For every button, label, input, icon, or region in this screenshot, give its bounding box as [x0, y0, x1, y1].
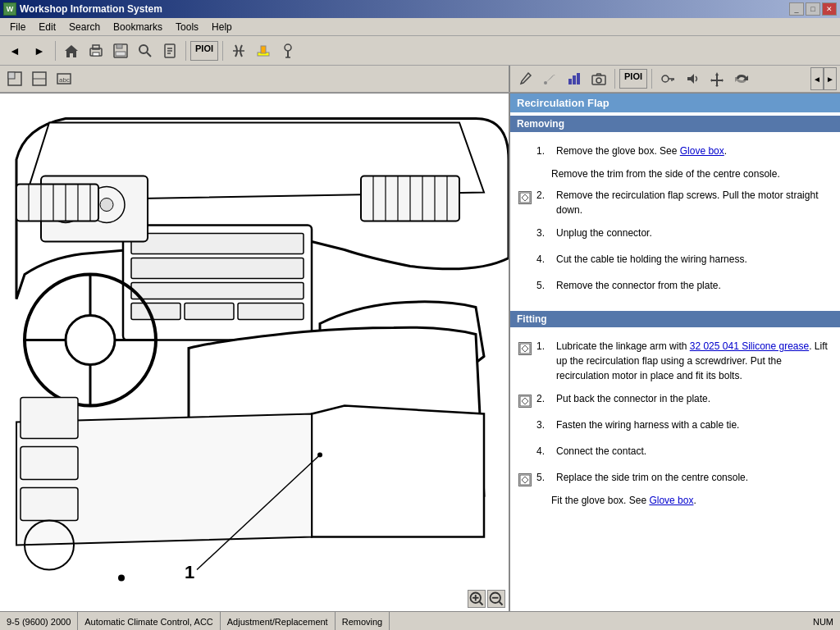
glove-box-link-1[interactable]: Glove box: [680, 145, 724, 157]
save-button[interactable]: [109, 39, 132, 62]
svg-line-7: [147, 52, 151, 57]
svg-rect-41: [238, 304, 304, 320]
zoom-in-button[interactable]: [468, 590, 486, 608]
fitting-step-icon-placeholder-3: [517, 419, 533, 436]
pioi-btn2[interactable]: PIOI: [619, 69, 647, 89]
fitting-step-row-5: 5. Replace the side trim on the centre c…: [517, 468, 833, 490]
svg-text:1: 1: [185, 562, 194, 582]
fitting-step-num-3: 3.: [536, 418, 553, 432]
sep1: [55, 41, 56, 61]
svg-line-84: [500, 602, 503, 605]
pioi-button[interactable]: PIOI: [190, 41, 218, 61]
step-icon-placeholder: [517, 145, 533, 162]
scroll-left[interactable]: ◄: [810, 67, 824, 90]
tool-wrench[interactable]: [538, 67, 561, 90]
step-row: 3. Unplug the connector.: [517, 224, 833, 245]
content-scrollable[interactable]: Recirculation Flap Removing 1. Remove th…: [510, 94, 840, 611]
status-mode: NUM: [806, 612, 840, 630]
tool-chart[interactable]: [563, 67, 586, 90]
search-button[interactable]: [134, 39, 157, 62]
fitting-step-text-5: Replace the side trim on the centre cons…: [556, 470, 833, 485]
svg-rect-4: [116, 44, 122, 48]
fitting-step-text-3: Fasten the wiring harness with a cable t…: [556, 418, 833, 432]
svg-point-77: [118, 575, 125, 582]
minimize-button[interactable]: _: [789, 2, 804, 16]
main-content: 1 E870R178 Recirculation Flap Rem: [0, 93, 840, 611]
menu-help[interactable]: Help: [205, 20, 239, 34]
step-num-4: 4.: [536, 252, 553, 267]
view-btn1[interactable]: [3, 67, 26, 90]
scroll-arrows[interactable]: ◄ ►: [810, 67, 837, 90]
view-btn3[interactable]: abc: [52, 67, 75, 90]
close-button[interactable]: ✕: [822, 2, 837, 16]
svg-point-6: [139, 45, 148, 53]
silicone-grease-link[interactable]: 32 025 041 Silicone grease: [690, 340, 809, 352]
cut-button[interactable]: [227, 39, 250, 62]
tool-speaker[interactable]: [681, 67, 704, 90]
tool-camera[interactable]: [587, 67, 610, 90]
app-icon: W: [3, 2, 16, 16]
svg-rect-19: [8, 72, 15, 79]
step-text-2: Remove the recirculation flap screws. Pu…: [556, 188, 833, 217]
fitting-step-text-2: Put back the connector in the plate.: [556, 391, 833, 406]
menu-search[interactable]: Search: [62, 20, 107, 34]
print-button[interactable]: [84, 39, 107, 62]
pin-button[interactable]: [276, 39, 299, 62]
svg-rect-70: [21, 398, 78, 439]
svg-point-30: [662, 75, 669, 82]
menu-bookmarks[interactable]: Bookmarks: [107, 20, 169, 34]
back-button[interactable]: ◄: [3, 39, 26, 62]
menu-bar: File Edit Search Bookmarks Tools Help: [0, 18, 840, 36]
step-text-3: Unplug the connector.: [556, 226, 833, 240]
step-icon-placeholder-3: [517, 227, 533, 244]
svg-marker-34: [687, 74, 694, 84]
combined-toolbar: abc PIOI ◄ ►: [0, 66, 840, 93]
highlight-button[interactable]: [252, 39, 275, 62]
home-button[interactable]: [60, 39, 83, 62]
tool-move[interactable]: [705, 67, 728, 90]
svg-line-80: [480, 602, 483, 605]
step-num-2: 2.: [536, 188, 553, 203]
fitting-step-icon-1: [517, 340, 533, 357]
fitting-step-text-1: Lubricate the linkage arm with 32 025 04…: [556, 339, 833, 383]
sub-text-1: Remove the trim from the side of the cen…: [551, 167, 833, 181]
bookmarks-button[interactable]: [158, 39, 181, 62]
zoom-out-button[interactable]: [487, 590, 505, 608]
fitting-last-line: Fit the glove box. See Glove box.: [551, 493, 833, 508]
tool-pen[interactable]: [514, 67, 536, 90]
fitting-step-icon-2: [517, 393, 533, 409]
svg-rect-36: [131, 234, 304, 254]
section-title: Recirculation Flap: [510, 94, 840, 112]
step-image-icon: [518, 191, 532, 204]
view-btn2[interactable]: [28, 67, 51, 90]
fitting-step-icon-placeholder-4: [517, 445, 533, 462]
svg-rect-38: [131, 283, 304, 299]
maximize-button[interactable]: □: [806, 2, 820, 16]
menu-edit[interactable]: Edit: [32, 20, 62, 34]
window-controls[interactable]: _ □ ✕: [789, 2, 837, 16]
step-icon-placeholder-4: [517, 253, 533, 270]
step-num-3: 3.: [536, 226, 553, 240]
forward-button[interactable]: ►: [28, 39, 51, 62]
tool-refresh[interactable]: [730, 67, 753, 90]
svg-rect-40: [185, 304, 234, 320]
title-bar: W Workshop Information System _ □ ✕: [0, 0, 840, 18]
step-icon-2: [517, 189, 533, 206]
menu-tools[interactable]: Tools: [169, 20, 205, 34]
menu-file[interactable]: File: [3, 20, 32, 34]
svg-rect-71: [21, 447, 78, 480]
svg-rect-14: [261, 46, 266, 53]
svg-text:abc: abc: [59, 76, 70, 84]
tool-key[interactable]: [656, 67, 679, 90]
scroll-right[interactable]: ►: [824, 67, 837, 90]
fitting-step-row-1: 1. Lubricate the linkage arm with 32 025…: [517, 337, 833, 385]
svg-rect-5: [116, 52, 126, 56]
removing-content: 1. Remove the glove box. See Glove box. …: [510, 135, 840, 304]
step-num: 1.: [536, 144, 553, 158]
glove-box-link-2[interactable]: Glove box: [649, 495, 693, 506]
fitting-step-num-4: 4.: [536, 444, 553, 459]
step-icon-placeholder-5: [517, 280, 533, 296]
svg-rect-25: [568, 79, 572, 84]
step-row: 5. Remove the connector from the plate.: [517, 276, 833, 298]
diagram-zoom-controls[interactable]: [468, 590, 505, 608]
